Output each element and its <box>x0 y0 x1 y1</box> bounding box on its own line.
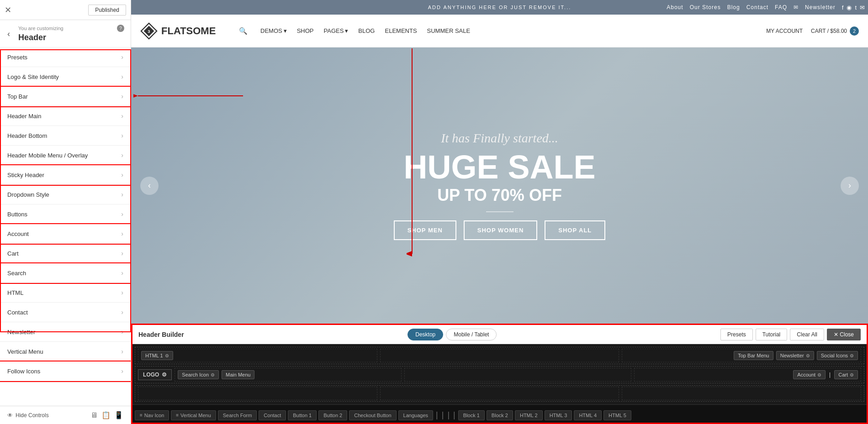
bottom-tag-vertical-menu[interactable]: ≡Vertical Menu <box>171 410 216 420</box>
mobile-view-button[interactable]: 📱 <box>114 411 123 419</box>
hero-sub-title: UP TO 70% OFF <box>394 186 606 205</box>
sidebar-item-header-bottom[interactable]: Header Bottom› <box>0 126 131 146</box>
hero-prev-button[interactable]: ‹ <box>140 177 159 195</box>
bottom-tag-html-5[interactable]: HTML 5 <box>603 410 631 420</box>
back-button[interactable]: ‹ <box>3 27 15 40</box>
sidebar-item-presets[interactable]: Presets› <box>0 47 131 67</box>
builder-row-1: HTML 1 ⚙ Top Bar Menu Newsletter ⚙ Socia… <box>135 347 864 364</box>
cart-gear-icon: ⚙ <box>850 372 854 377</box>
main-menu-tag[interactable]: Main Menu <box>222 370 254 379</box>
bottom-tag-contact[interactable]: Contact <box>259 410 286 420</box>
bar-icon-1: ≡ <box>176 413 179 418</box>
hero-title: HUGE SALE <box>394 149 606 185</box>
tablet-view-button[interactable]: 📋 <box>101 411 111 419</box>
bottom-tag-button-1[interactable]: Button 1 <box>288 410 317 420</box>
desktop-view-button[interactable]: 🖥 <box>90 411 98 419</box>
logo-builder-tag[interactable]: LOGO ⚙ <box>138 369 172 380</box>
bottom-tag-button-2[interactable]: Button 2 <box>318 410 347 420</box>
newsletter-tag[interactable]: Newsletter ⚙ <box>776 351 814 360</box>
chevron-icon-newsletter: › <box>121 328 123 335</box>
pages-nav-link[interactable]: PAGES ▾ <box>324 27 349 34</box>
search-icon-tag[interactable]: Search Icon ⚙ <box>178 370 219 379</box>
elements-nav-link[interactable]: ELEMENTS <box>385 27 417 34</box>
builder-tab-mobile-/-tablet[interactable]: Mobile / Tablet <box>446 329 497 340</box>
bottom-tag-nav-icon[interactable]: ≡Nav Icon <box>135 410 169 420</box>
bottom-tag-html-2[interactable]: HTML 2 <box>515 410 543 420</box>
sidebar-item-logo-site-identity[interactable]: Logo & Site Identity› <box>0 67 131 87</box>
blog-link[interactable]: Blog <box>727 4 740 10</box>
sidebar-item-cart[interactable]: Cart› <box>0 244 131 263</box>
builder-action-clear-all[interactable]: Clear All <box>790 329 824 340</box>
builder-action-presets[interactable]: Presets <box>720 329 753 340</box>
my-account-link[interactable]: MY ACCOUNT <box>766 28 803 34</box>
hero-next-button[interactable]: › <box>841 177 859 195</box>
builder-title: Header Builder <box>138 331 184 338</box>
svg-text:3: 3 <box>148 28 150 33</box>
sidebar-item-label-contact: Contact <box>7 309 28 316</box>
sidebar-item-contact[interactable]: Contact› <box>0 303 131 322</box>
faq-link[interactable]: FAQ <box>775 4 787 10</box>
sidebar-item-label-header-main: Header Main <box>7 113 41 120</box>
html1-tag[interactable]: HTML 1 ⚙ <box>141 351 173 360</box>
builder-tab-desktop[interactable]: Desktop <box>408 329 443 340</box>
email-icon[interactable]: ✉ <box>860 4 865 11</box>
account-tag[interactable]: Account ⚙ <box>793 370 826 379</box>
builder-content-area: HTML 1 ⚙ Top Bar Menu Newsletter ⚙ Socia… <box>131 344 868 404</box>
main-nav: 3 FLATSOME 🔍 DEMOS ▾ SHOP PAGES ▾ BLOG E… <box>131 15 868 47</box>
sidebar-item-header-main[interactable]: Header Main› <box>0 106 131 126</box>
published-button[interactable]: Published <box>88 5 126 16</box>
search-nav-icon[interactable]: 🔍 <box>239 27 248 35</box>
newsletter-link[interactable]: Newsletter <box>805 4 836 10</box>
chevron-icon-html: › <box>121 289 123 296</box>
close-customizer-button[interactable]: ✕ <box>5 5 11 15</box>
sidebar-item-sticky-header[interactable]: Sticky Header› <box>0 165 131 185</box>
cart-button[interactable]: CART / $58.00 2 <box>811 26 859 36</box>
builder-cell-3-2 <box>380 387 619 400</box>
builder-action-tutorial[interactable]: Tutorial <box>756 329 788 340</box>
facebook-icon[interactable]: f <box>842 4 844 11</box>
help-icon[interactable]: ? <box>117 25 124 32</box>
sidebar-item-dropdown-style[interactable]: Dropdown Style› <box>0 185 131 204</box>
demos-nav-link[interactable]: DEMOS ▾ <box>260 27 287 34</box>
sidebar-item-buttons[interactable]: Buttons› <box>0 204 131 224</box>
sidebar-item-top-bar[interactable]: Top Bar› <box>0 87 131 106</box>
sidebar-item-html[interactable]: HTML› <box>0 283 131 303</box>
bottom-tag-html-3[interactable]: HTML 3 <box>545 410 572 420</box>
hero-btn-1[interactable]: SHOP WOMEN <box>464 220 538 240</box>
bottom-tag-checkout-button[interactable]: Checkout Button <box>349 410 396 420</box>
sidebar-item-label-header-bottom: Header Bottom <box>7 132 47 139</box>
bottom-tag-block-1[interactable]: Block 1 <box>458 410 485 420</box>
shop-nav-link[interactable]: SHOP <box>297 27 314 34</box>
sidebar-item-newsletter[interactable]: Newsletter› <box>0 322 131 342</box>
contact-link[interactable]: Contact <box>746 4 768 10</box>
hero-btn-2[interactable]: SHOP ALL <box>545 220 605 240</box>
sidebar-item-follow-icons[interactable]: Follow Icons› <box>0 361 131 381</box>
builder-action--close[interactable]: ✕ Close <box>827 329 861 340</box>
bottom-tag-search-form[interactable]: Search Form <box>218 410 257 420</box>
sidebar-item-search[interactable]: Search› <box>0 263 131 283</box>
bottom-tag-html-4[interactable]: HTML 4 <box>574 410 602 420</box>
bottom-tag-block-2[interactable]: Block 2 <box>487 410 513 420</box>
chevron-icon-header-mobile-menu: › <box>121 152 123 159</box>
hero-btn-0[interactable]: SHOP MEN <box>394 220 456 240</box>
twitter-icon[interactable]: t <box>855 4 857 11</box>
builder-actions: PresetsTutorialClear All✕ Close <box>720 329 861 340</box>
nav-right: MY ACCOUNT CART / $58.00 2 <box>766 26 859 36</box>
top-bar-menu-tag[interactable]: Top Bar Menu <box>734 351 773 360</box>
social-icons-tag[interactable]: Social Icons ⚙ <box>817 351 858 360</box>
sidebar-item-account[interactable]: Account› <box>0 224 131 244</box>
our-stores-link[interactable]: Our Stores <box>690 4 721 10</box>
builder-cell-1-1: HTML 1 ⚙ <box>138 349 377 362</box>
about-link[interactable]: About <box>667 4 683 10</box>
chevron-icon-contact: › <box>121 309 123 316</box>
sidebar-item-header-mobile-menu[interactable]: Header Mobile Menu / Overlay› <box>0 146 131 165</box>
sidebar-item-vertical-menu[interactable]: Vertical Menu› <box>0 342 131 361</box>
blog-nav-link[interactable]: BLOG <box>358 27 375 34</box>
summer-sale-nav-link[interactable]: SUMMER SALE <box>427 27 471 34</box>
site-logo[interactable]: 3 FLATSOME <box>140 22 232 40</box>
chevron-icon-top-bar: › <box>121 93 123 100</box>
cart-tag[interactable]: Cart ⚙ <box>834 370 858 379</box>
bottom-tag-languages[interactable]: Languages <box>398 410 433 420</box>
hide-controls-button[interactable]: 👁 Hide Controls <box>7 412 49 419</box>
instagram-icon[interactable]: ◉ <box>847 4 852 11</box>
